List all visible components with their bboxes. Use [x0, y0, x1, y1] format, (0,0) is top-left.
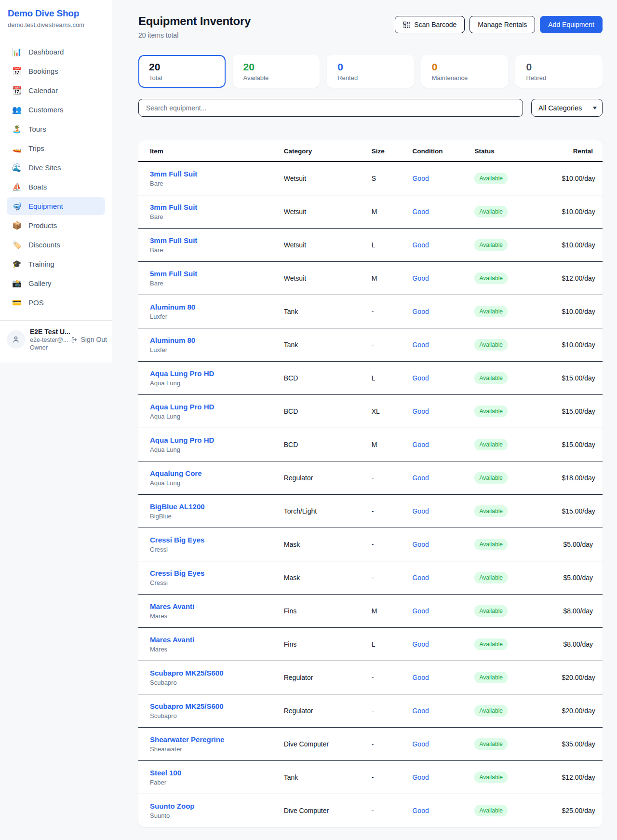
table-row[interactable]: 5mm Full Suit Bare Wetsuit M Good Availa… [138, 261, 603, 295]
item-name-link[interactable]: Aqua Lung Pro HD [150, 436, 214, 444]
item-condition-link[interactable]: Good [412, 474, 429, 482]
stat-card-available[interactable]: 20 Available [233, 55, 320, 88]
item-name-link[interactable]: 5mm Full Suit [150, 270, 197, 278]
sidebar-item-calendar[interactable]: 📆 Calendar [7, 81, 105, 99]
table-row[interactable]: Scubapro MK25/S600 Scubapro Regulator - … [138, 661, 603, 694]
item-name-link[interactable]: 3mm Full Suit [150, 203, 197, 211]
sidebar-item-products[interactable]: 📦 Products [7, 217, 105, 234]
item-condition-link[interactable]: Good [412, 640, 429, 648]
item-condition-link[interactable]: Good [412, 807, 429, 814]
item-category: Torch/Light [280, 494, 368, 528]
table-row[interactable]: 3mm Full Suit Bare Wetsuit M Good Availa… [138, 195, 603, 228]
table-row[interactable]: Mares Avanti Mares Fins M Good Available… [138, 594, 603, 627]
stat-card-total[interactable]: 20 Total [138, 55, 226, 88]
scan-barcode-button[interactable]: Scan Barcode [395, 16, 465, 33]
table-row[interactable]: Steel 100 Faber Tank - Good Available $1… [138, 760, 603, 794]
item-condition-link[interactable]: Good [412, 407, 429, 415]
item-condition-link[interactable]: Good [412, 773, 429, 781]
brand[interactable]: Demo Dive Shop [8, 8, 104, 19]
table-row[interactable]: Aqua Lung Pro HD Aqua Lung BCD XL Good A… [138, 394, 603, 428]
item-condition-link[interactable]: Good [412, 574, 429, 582]
table-row[interactable]: BigBlue AL1200 BigBlue Torch/Light - Goo… [138, 494, 603, 528]
item-category: Mask [280, 561, 368, 594]
item-condition-link[interactable]: Good [412, 541, 429, 548]
table-row[interactable]: Cressi Big Eyes Cressi Mask - Good Avail… [138, 561, 603, 594]
sidebar-item-label: Products [28, 221, 57, 230]
item-condition-link[interactable]: Good [412, 607, 429, 615]
speedboat-icon: 🚤 [12, 145, 22, 152]
category-select[interactable]: All Categories ▼ [531, 99, 603, 117]
item-condition-link[interactable]: Good [412, 241, 429, 249]
item-category: Tank [280, 760, 368, 794]
item-name-link[interactable]: 3mm Full Suit [150, 236, 197, 244]
sign-out-button[interactable]: Sign Out [71, 336, 107, 343]
sidebar-item-dive-sites[interactable]: 🌊 Dive Sites [7, 159, 105, 176]
add-equipment-button[interactable]: Add Equipment [540, 16, 603, 33]
item-name-link[interactable]: BigBlue AL1200 [150, 502, 205, 511]
item-name-link[interactable]: Cressi Big Eyes [150, 536, 204, 544]
sidebar-item-gallery[interactable]: 📸 Gallery [7, 274, 105, 292]
sidebar-item-discounts[interactable]: 🏷️ Discounts [7, 236, 105, 254]
search-input[interactable] [138, 99, 523, 117]
table-row[interactable]: Scubapro MK25/S600 Scubapro Regulator - … [138, 694, 603, 727]
stat-value: 0 [337, 61, 403, 73]
sidebar-item-bookings[interactable]: 📅 Bookings [7, 62, 105, 80]
item-condition-link[interactable]: Good [412, 274, 429, 282]
item-condition-link[interactable]: Good [412, 175, 429, 182]
stat-card-rented[interactable]: 0 Rented [327, 55, 414, 88]
item-name-link[interactable]: Scubapro MK25/S600 [150, 702, 224, 710]
item-name-link[interactable]: Aluminum 80 [150, 303, 195, 311]
item-name-link[interactable]: Aluminum 80 [150, 336, 195, 344]
manage-rentals-button[interactable]: Manage Rentals [469, 16, 535, 33]
item-name-link[interactable]: Aqua Lung Pro HD [150, 369, 214, 378]
item-name-link[interactable]: Suunto Zoop [150, 802, 194, 810]
item-name-link[interactable]: Aqualung Core [150, 469, 202, 477]
item-condition-link[interactable]: Good [412, 374, 429, 382]
sidebar-item-boats[interactable]: ⛵ Boats [7, 178, 105, 196]
item-name-link[interactable]: Mares Avanti [150, 602, 194, 610]
item-condition-link[interactable]: Good [412, 208, 429, 216]
sign-out-label: Sign Out [81, 336, 107, 343]
table-row[interactable]: Shearwater Peregrine Shearwater Dive Com… [138, 727, 603, 760]
item-name-link[interactable]: Shearwater Peregrine [150, 735, 224, 744]
table-row[interactable]: Aqua Lung Pro HD Aqua Lung BCD L Good Av… [138, 361, 603, 394]
table-row[interactable]: 3mm Full Suit Bare Wetsuit L Good Availa… [138, 228, 603, 261]
table-row[interactable]: Aluminum 80 Luxfer Tank - Good Available… [138, 328, 603, 361]
sidebar-item-pos[interactable]: 💳 POS [7, 294, 105, 312]
item-name-link[interactable]: Aqua Lung Pro HD [150, 403, 214, 411]
sidebar-item-equipment[interactable]: 🤿 Equipment [7, 197, 105, 215]
stat-card-retired[interactable]: 0 Retired [515, 55, 603, 88]
sidebar-item-trips[interactable]: 🚤 Trips [7, 139, 105, 157]
item-condition-link[interactable]: Good [412, 707, 429, 715]
stat-value: 0 [432, 61, 498, 73]
item-name-link[interactable]: 3mm Full Suit [150, 170, 197, 178]
item-condition-link[interactable]: Good [412, 740, 429, 748]
table-row[interactable]: Aluminum 80 Luxfer Tank - Good Available… [138, 295, 603, 328]
item-condition-link[interactable]: Good [412, 341, 429, 349]
item-condition-link[interactable]: Good [412, 507, 429, 515]
page-title: Equipment Inventory [138, 14, 251, 28]
item-condition-link[interactable]: Good [412, 441, 429, 448]
table-row[interactable]: Suunto Zoop Suunto Dive Computer - Good … [138, 794, 603, 827]
item-name-link[interactable]: Steel 100 [150, 769, 181, 777]
table-row[interactable]: Cressi Big Eyes Cressi Mask - Good Avail… [138, 528, 603, 561]
item-name-link[interactable]: Mares Avanti [150, 636, 194, 644]
stat-card-maintenance[interactable]: 0 Maintenance [421, 55, 509, 88]
item-condition-link[interactable]: Good [412, 674, 429, 681]
table-row[interactable]: Mares Avanti Mares Fins L Good Available… [138, 627, 603, 661]
item-name-link[interactable]: Scubapro MK25/S600 [150, 669, 224, 677]
table-row[interactable]: 3mm Full Suit Bare Wetsuit S Good Availa… [138, 162, 603, 195]
sidebar-item-dashboard[interactable]: 📊 Dashboard [7, 43, 105, 61]
item-brand: Bare [150, 280, 276, 287]
sidebar-nav: 📊 Dashboard 📅 Bookings 📆 Calendar 👥 Cust… [0, 36, 112, 316]
sidebar-item-tours[interactable]: 🏝️ Tours [7, 120, 105, 138]
sidebar-item-customers[interactable]: 👥 Customers [7, 101, 105, 119]
item-size: L [368, 361, 409, 394]
item-condition-link[interactable]: Good [412, 308, 429, 315]
table-row[interactable]: Aqua Lung Pro HD Aqua Lung BCD M Good Av… [138, 428, 603, 461]
item-name-link[interactable]: Cressi Big Eyes [150, 569, 204, 577]
sidebar-item-training[interactable]: 🎓 Training [7, 255, 105, 273]
status-badge: Available [474, 439, 507, 450]
item-size: - [368, 528, 409, 561]
table-row[interactable]: Aqualung Core Aqua Lung Regulator - Good… [138, 461, 603, 494]
